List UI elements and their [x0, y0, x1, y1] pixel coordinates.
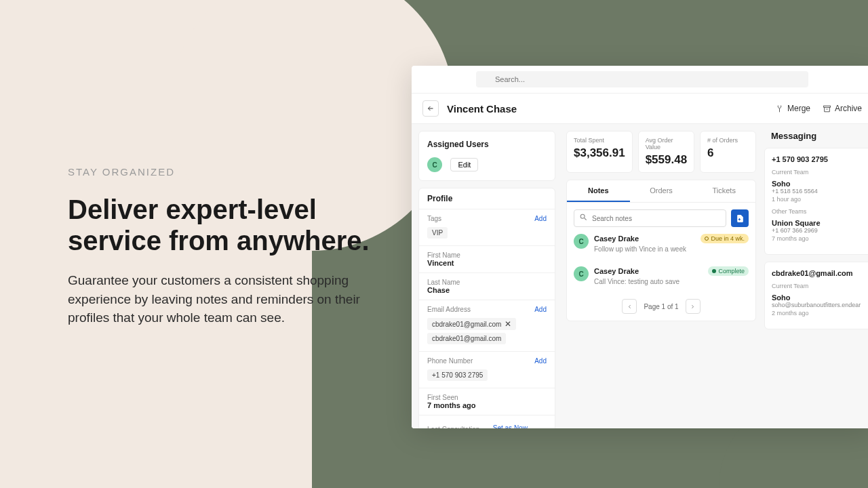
first-seen-value: 7 months ago: [427, 401, 547, 409]
email-chip[interactable]: cbdrake01@gmail.com: [427, 333, 506, 344]
other-teams-label: Other Teams: [772, 208, 865, 215]
note-item[interactable]: C Casey Drake Complete Call Vince: testi…: [567, 260, 755, 292]
note-author: Casey Drake: [594, 235, 639, 243]
headline: Deliver expert-level service from anywhe…: [68, 194, 380, 256]
stat-total-spent: Total Spent $3,356.91: [566, 131, 633, 173]
team-item[interactable]: Soho +1 518 516 5564 1 hour ago: [772, 180, 865, 203]
app-window: Vincent Chase Merge Archive Assigned Use…: [412, 66, 868, 428]
messaging-title: Messaging: [764, 131, 868, 148]
merge-button[interactable]: Merge: [775, 104, 810, 113]
note-avatar: C: [574, 234, 589, 249]
note-item[interactable]: C Casey Drake Due in 4 wk. Follow up wit…: [567, 227, 755, 260]
messaging-phone-card: +1 570 903 2795 Current Team Soho +1 518…: [764, 148, 868, 255]
first-name-value: Vincent: [427, 259, 547, 267]
stat-orders: # of Orders 6: [700, 131, 756, 173]
archive-button[interactable]: Archive: [823, 104, 862, 113]
messaging-email: cbdrake01@gmail.com: [772, 269, 865, 277]
consult-label: Last Consultation Date: [427, 426, 493, 428]
add-tag-link[interactable]: Add: [534, 215, 547, 222]
eyebrow: STAY ORGANIZED: [68, 166, 380, 178]
phone-chip[interactable]: +1 570 903 2795: [427, 369, 488, 381]
assigned-user-avatar[interactable]: C: [427, 157, 442, 172]
tab-orders[interactable]: Orders: [630, 180, 693, 202]
status-badge: Complete: [708, 266, 749, 276]
phone-label: Phone Number: [427, 357, 473, 365]
notes-search-input[interactable]: [574, 209, 726, 227]
tab-tickets[interactable]: Tickets: [692, 180, 755, 202]
subcopy: Guarantee your customers a consistent sh…: [68, 271, 380, 327]
remove-email-icon[interactable]: ✕: [505, 320, 511, 328]
note-avatar: C: [574, 266, 589, 281]
note-text: Call Vince: testing auto save: [594, 278, 749, 285]
first-seen-label: First Seen: [427, 394, 547, 401]
add-note-button[interactable]: [731, 209, 749, 227]
add-phone-link[interactable]: Add: [534, 357, 547, 365]
status-badge: Due in 4 wk.: [701, 234, 749, 243]
current-team-label: Current Team: [772, 169, 865, 176]
email-chip[interactable]: cbdrake01@gmail.com✕: [427, 318, 516, 330]
first-name-label: First Name: [427, 251, 547, 259]
svg-rect-0: [824, 106, 831, 107]
pager-next-button[interactable]: [686, 299, 701, 314]
back-button[interactable]: [422, 100, 439, 117]
current-team-label: Current Team: [772, 283, 865, 289]
assigned-users-title: Assigned Users: [427, 140, 547, 149]
team-item[interactable]: Union Square +1 607 366 2969 7 months ag…: [772, 219, 865, 242]
last-name-label: Last Name: [427, 279, 547, 286]
add-email-link[interactable]: Add: [534, 306, 547, 313]
messaging-phone: +1 570 903 2795: [772, 155, 865, 163]
tags-label: Tags: [427, 215, 441, 222]
edit-assigned-button[interactable]: Edit: [450, 158, 478, 171]
tab-notes[interactable]: Notes: [567, 180, 630, 202]
profile-title: Profile: [427, 194, 547, 203]
email-label: Email Address: [427, 306, 471, 313]
note-author: Casey Drake: [594, 267, 639, 275]
pager-text: Page 1 of 1: [644, 303, 678, 310]
team-item[interactable]: Soho soho@suburbanoutfitters.endear 2 mo…: [772, 293, 865, 317]
notes-card: Notes Orders Tickets C: [566, 180, 756, 321]
stat-aov: Avg Order Value $559.48: [638, 131, 694, 173]
assigned-users-card: Assigned Users C Edit: [418, 131, 555, 181]
global-search-input[interactable]: [476, 71, 808, 87]
note-text: Follow up with Vince in a week: [594, 245, 749, 253]
messaging-email-card: cbdrake01@gmail.com Current Team Soho so…: [764, 262, 868, 329]
page-title: Vincent Chase: [447, 103, 517, 115]
search-icon: [579, 213, 588, 222]
last-name-value: Chase: [427, 286, 547, 294]
set-as-now-link[interactable]: Set as Now: [493, 424, 528, 428]
tag-chip[interactable]: VIP: [427, 227, 448, 239]
profile-card: Profile Tags Add VIP First Name Vincent …: [418, 188, 555, 428]
pager-prev-button[interactable]: [622, 299, 637, 314]
